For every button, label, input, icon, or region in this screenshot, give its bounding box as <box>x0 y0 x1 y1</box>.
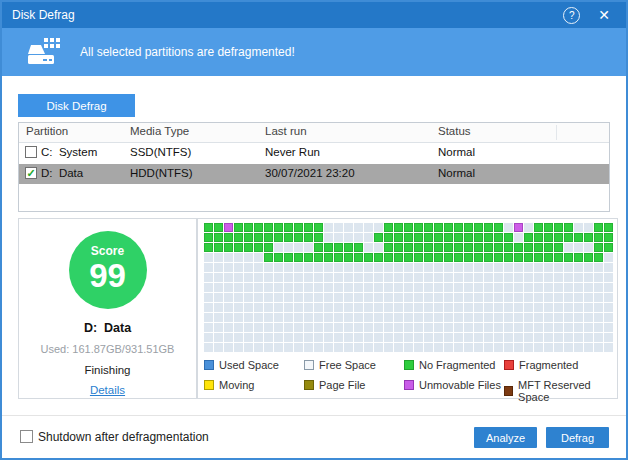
map-cell <box>414 273 423 282</box>
map-cell <box>514 243 523 252</box>
map-cell <box>574 243 583 252</box>
column-header-last-run[interactable]: Last run <box>265 125 307 137</box>
map-cell <box>264 223 273 232</box>
map-cell <box>404 273 413 282</box>
partition-checkbox[interactable] <box>25 146 37 158</box>
map-cell <box>504 263 513 272</box>
map-cell <box>204 243 213 252</box>
table-row[interactable]: ✓D: DataHDD(NTFS)30/07/2021 23:20Normal <box>19 164 609 185</box>
partition-checkbox[interactable]: ✓ <box>25 167 37 179</box>
map-cell <box>494 263 503 272</box>
legend-item: MFT Reserved Space <box>504 379 613 403</box>
details-link[interactable]: Details <box>90 384 125 396</box>
map-cell <box>344 223 353 232</box>
map-cell <box>584 263 593 272</box>
map-cell <box>284 253 293 262</box>
help-icon[interactable]: ? <box>563 7 580 24</box>
map-cell <box>404 343 413 352</box>
map-cell <box>354 253 363 262</box>
map-cell <box>254 303 263 312</box>
shutdown-checkbox[interactable] <box>20 430 33 443</box>
map-cell <box>574 233 583 242</box>
map-cell <box>524 243 533 252</box>
map-row <box>204 223 614 233</box>
map-cell <box>514 283 523 292</box>
map-cell <box>494 233 503 242</box>
map-cell <box>434 293 443 302</box>
map-cell <box>314 283 323 292</box>
map-row <box>204 253 614 263</box>
map-cell <box>364 283 373 292</box>
column-header-status[interactable]: Status <box>438 125 471 137</box>
map-cell <box>384 283 393 292</box>
defrag-drive-icon <box>28 37 64 67</box>
map-cell <box>314 223 323 232</box>
map-cell <box>374 343 383 352</box>
map-cell <box>594 253 603 262</box>
map-cell <box>364 233 373 242</box>
map-cell <box>214 243 223 252</box>
map-cell <box>364 263 373 272</box>
map-cell <box>374 313 383 322</box>
map-cell <box>374 303 383 312</box>
map-cell <box>544 293 553 302</box>
map-cell <box>424 303 433 312</box>
analyze-button[interactable]: Analyze <box>474 427 537 448</box>
map-cell <box>544 223 553 232</box>
map-cell <box>604 313 613 322</box>
column-header-media-type[interactable]: Media Type <box>130 125 189 137</box>
map-cell <box>214 273 223 282</box>
defrag-button[interactable]: Defrag <box>546 427 609 448</box>
map-cell <box>464 283 473 292</box>
map-cell <box>364 333 373 342</box>
map-cell <box>394 343 403 352</box>
map-cell <box>404 243 413 252</box>
map-cell <box>464 333 473 342</box>
map-cell <box>554 343 563 352</box>
legend-swatch <box>404 380 414 390</box>
map-row <box>204 263 614 273</box>
map-cell <box>364 243 373 252</box>
map-cell <box>314 263 323 272</box>
legend-item: Used Space <box>204 359 279 371</box>
map-cell <box>214 283 223 292</box>
map-cell <box>404 263 413 272</box>
map-cell <box>334 273 343 282</box>
legend-label: Page File <box>319 379 365 391</box>
map-cell <box>294 243 303 252</box>
map-cell <box>224 283 233 292</box>
column-header-partition[interactable]: Partition <box>26 125 68 137</box>
map-cell <box>504 233 513 242</box>
map-cell <box>214 313 223 322</box>
map-cell <box>314 273 323 282</box>
map-cell <box>524 333 533 342</box>
map-cell <box>584 343 593 352</box>
map-legend: Used SpaceFree SpaceNo FragmentedFragmen… <box>204 359 613 399</box>
map-cell <box>514 253 523 262</box>
map-cell <box>304 303 313 312</box>
table-header: Partition Media Type Last run Status <box>19 123 609 143</box>
cell-partition: D: Data <box>41 167 83 179</box>
table-row[interactable]: C: SystemSSD(NTFS)Never RunNormal <box>19 143 609 164</box>
map-cell <box>254 253 263 262</box>
map-cell <box>404 323 413 332</box>
map-cell <box>344 293 353 302</box>
map-cell <box>584 303 593 312</box>
map-cell <box>594 223 603 232</box>
cell-last-run: 30/07/2021 23:20 <box>265 167 355 179</box>
map-cell <box>384 323 393 332</box>
map-cell <box>404 333 413 342</box>
map-cell <box>254 223 263 232</box>
map-cell <box>294 313 303 322</box>
close-icon[interactable]: ✕ <box>598 8 610 22</box>
map-cell <box>604 343 613 352</box>
map-cell <box>424 233 433 242</box>
map-cell <box>414 323 423 332</box>
map-cell <box>384 303 393 312</box>
map-cell <box>484 333 493 342</box>
map-cell <box>474 263 483 272</box>
tab-disk-defrag[interactable]: Disk Defrag <box>18 94 135 117</box>
map-cell <box>284 293 293 302</box>
map-cell <box>504 293 513 302</box>
map-cell <box>294 343 303 352</box>
